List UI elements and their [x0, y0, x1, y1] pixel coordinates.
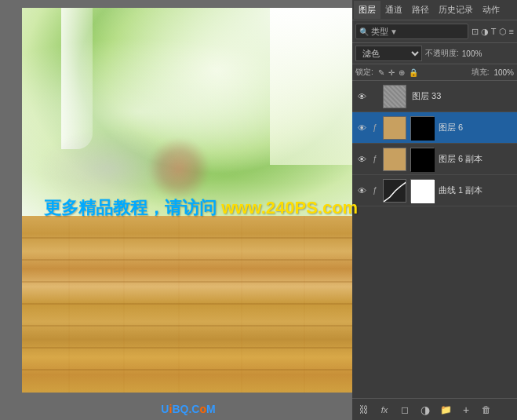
tab-actions[interactable]: 动作 [478, 1, 504, 19]
layer-thumbnail [383, 85, 406, 108]
layer-item[interactable]: 👁 ƒ 图层 6 副本 [352, 144, 517, 175]
layer-thumbnail [383, 116, 406, 140]
curtain [61, 8, 93, 149]
layer-name: 图层 6 [439, 122, 463, 133]
layer-visibility-icon[interactable]: 👁 [355, 122, 368, 134]
tab-channels[interactable]: 通道 [380, 1, 407, 19]
layers-toolbar: ⛓ fx ◻ ◑ 📁 + 🗑 [352, 398, 517, 420]
layer-visibility-icon[interactable]: 👁 [355, 90, 368, 103]
search-type-label: 类型 [371, 26, 388, 38]
fx-icon[interactable]: fx [376, 401, 393, 418]
layer-name: 图层 6 副本 [439, 153, 482, 165]
watermark-text: 更多精品教程，请访问 www.240PS.com [44, 198, 358, 217]
smart-icon[interactable]: ≡ [509, 27, 514, 36]
layer-visibility-icon[interactable]: 👁 [355, 153, 368, 166]
text-icon[interactable]: T [491, 27, 497, 36]
search-row: 🔍 类型 ▼ ⊡ ◑ T ⬡ ≡ [352, 20, 517, 43]
layer-link-icon[interactable]: ƒ [370, 123, 380, 132]
layer-thumbnail [383, 148, 406, 171]
svg-rect-14 [411, 148, 435, 172]
wm-prefix: 更多精品教程，请访问 [44, 198, 221, 217]
new-group-icon[interactable]: 📁 [437, 401, 454, 418]
mask-svg-curve [411, 180, 435, 203]
tab-paths[interactable]: 路径 [407, 1, 434, 19]
lock-move-icon[interactable]: ✛ [388, 68, 395, 77]
svg-rect-16 [411, 180, 435, 203]
watermark: 更多精品教程，请访问 www.240PS.com [44, 196, 411, 220]
layer-mask [410, 116, 434, 140]
fill-value: 100% [493, 68, 514, 77]
lock-all-icon[interactable]: 🔒 [409, 68, 418, 77]
flowers-blur [147, 137, 210, 200]
opacity-label: 不透明度: [425, 48, 459, 59]
mask-svg [411, 148, 435, 172]
search-mode-icons: ⊡ ◑ T ⬡ ≡ [471, 27, 514, 37]
link-layers-icon[interactable]: ⛓ [355, 401, 373, 418]
delete-layer-icon[interactable]: 🗑 [478, 401, 495, 418]
fill-label: 填充: [471, 67, 490, 78]
layer-item[interactable]: 👁 图层 33 [352, 81, 517, 112]
tab-layers[interactable]: 图层 [354, 1, 380, 19]
layer-item[interactable]: 👁 ƒ 图层 6 [352, 112, 517, 144]
search-dropdown-icon: ▼ [390, 27, 398, 36]
add-mask-icon[interactable]: ◻ [396, 401, 413, 418]
adjust-icon[interactable]: ◑ [481, 27, 489, 37]
tabs-row: 图层 通道 路径 历史记录 动作 [352, 0, 517, 20]
search-box[interactable]: 🔍 类型 ▼ [355, 24, 468, 39]
mask-svg [411, 117, 435, 141]
layer-link-icon[interactable]: ƒ [370, 155, 380, 163]
layer-mask [410, 148, 434, 171]
window-effect [270, 8, 364, 165]
layer-mask [410, 179, 434, 203]
opacity-value: 100% [462, 49, 482, 58]
bottom-wm: UiBQ.CoM [161, 403, 215, 415]
layer-link-icon[interactable]: ƒ [370, 186, 380, 195]
image-icon[interactable]: ⊡ [471, 27, 479, 37]
lock-pixel-icon[interactable]: ⊕ [399, 68, 405, 77]
layer-name: 曲线 1 副本 [439, 184, 482, 196]
lock-label: 锁定: [355, 67, 373, 78]
tab-history[interactable]: 历史记录 [434, 1, 478, 19]
layer-visibility-icon[interactable]: 👁 [355, 184, 368, 197]
layers-list: 👁 图层 33 👁 ƒ 图层 6 👁 ƒ [352, 81, 517, 206]
shape-icon[interactable]: ⬡ [499, 27, 507, 37]
lock-pen-icon[interactable]: ✎ [378, 68, 384, 77]
lock-row: 锁定: ✎ ✛ ⊕ 🔒 填充: 100% [352, 64, 517, 81]
blend-mode-row: 滤色 不透明度: 100% [352, 43, 517, 64]
lock-icons: ✎ ✛ ⊕ 🔒 [378, 68, 418, 77]
search-icon: 🔍 [359, 27, 369, 36]
layer-name: 图层 33 [412, 90, 441, 102]
blend-mode-select[interactable]: 滤色 [355, 46, 422, 61]
new-layer-icon[interactable]: + [457, 401, 475, 418]
bottom-watermark-bar: UiBQ.CoM [161, 403, 215, 415]
svg-rect-13 [411, 117, 435, 141]
wm-url: www.240PS.com [221, 198, 358, 217]
adjustment-icon[interactable]: ◑ [417, 401, 434, 418]
